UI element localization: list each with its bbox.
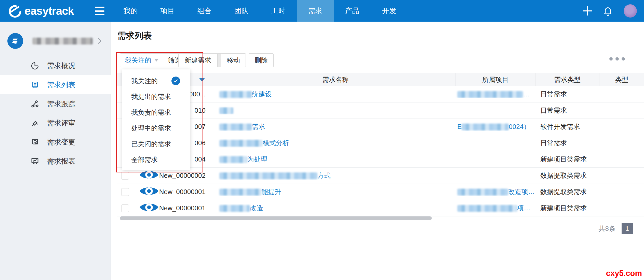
sidebar-item[interactable]: 需求列表 bbox=[0, 75, 111, 94]
new-requirement-split-button: 新建需求 bbox=[178, 53, 227, 67]
table-row: New_00000001能提升改造项…数据提取类需求 bbox=[117, 184, 644, 200]
project-link[interactable]: E0024） bbox=[457, 123, 530, 130]
requirement-type: 日常需求 bbox=[535, 139, 599, 148]
trace-icon bbox=[31, 100, 39, 108]
nav-item[interactable]: 团队 bbox=[223, 0, 260, 22]
report-icon bbox=[31, 157, 39, 166]
requirement-type: 新建项目类需求 bbox=[535, 204, 599, 213]
hamburger-menu-icon[interactable] bbox=[95, 7, 104, 15]
nav-item[interactable]: 开发 bbox=[371, 0, 408, 22]
pagination: 共8条 1 bbox=[599, 223, 633, 234]
dropdown-option-label: 全部需求 bbox=[131, 155, 158, 164]
sidebar-item-label: 需求跟踪 bbox=[47, 99, 75, 109]
redacted-text bbox=[457, 91, 523, 98]
requirement-name-link[interactable]: 方式 bbox=[219, 172, 331, 179]
nav-item[interactable]: 工时 bbox=[260, 0, 297, 22]
requirement-type: 日常需求 bbox=[535, 106, 599, 115]
view-selector-label: 我关注的 bbox=[125, 56, 151, 65]
move-button[interactable]: 移动 bbox=[221, 53, 246, 67]
nav-item[interactable]: 需求 bbox=[297, 0, 334, 22]
row-checkbox[interactable] bbox=[121, 188, 129, 196]
nav-item[interactable]: 组合 bbox=[186, 0, 223, 22]
requirement-id: New_00000002 bbox=[156, 172, 216, 180]
project-link[interactable]: 改造项… bbox=[457, 188, 535, 196]
requirement-type: 日常需求 bbox=[535, 90, 599, 99]
sidebar-item[interactable]: 需求评审 bbox=[0, 113, 111, 132]
requirement-name-link[interactable]: 改造 bbox=[219, 204, 263, 212]
dropdown-option[interactable]: 全部需求 bbox=[122, 152, 190, 168]
new-requirement-button[interactable]: 新建需求 bbox=[179, 54, 217, 67]
sidebar: 需求概况需求列表需求跟踪需求评审需求变更需求报表 bbox=[0, 22, 111, 280]
requirement-id: New_00000001 bbox=[156, 188, 216, 196]
sidebar-item-label: 需求概况 bbox=[47, 61, 75, 71]
change-icon bbox=[31, 138, 39, 146]
row-checkbox[interactable] bbox=[121, 172, 129, 180]
sidebar-item-label: 需求报表 bbox=[47, 156, 75, 166]
redacted-text bbox=[219, 156, 247, 163]
dropdown-option[interactable]: 已关闭的需求 bbox=[122, 136, 190, 152]
easytrack-swoosh-icon bbox=[7, 4, 23, 18]
column-header-type[interactable]: 类型 bbox=[599, 73, 644, 86]
list-doc-icon bbox=[31, 81, 39, 89]
main-nav: 我的项目组合团队工时需求产品开发 bbox=[112, 0, 408, 22]
sort-desc-icon[interactable] bbox=[199, 78, 205, 82]
sidebar-item[interactable]: 需求变更 bbox=[0, 132, 111, 152]
page-number-button[interactable]: 1 bbox=[622, 223, 633, 234]
sidebar-item[interactable]: 需求报表 bbox=[0, 152, 111, 171]
column-header-project[interactable]: 所属项目 bbox=[455, 73, 535, 86]
dropdown-option[interactable]: 我负责的需求 bbox=[122, 105, 190, 120]
column-header-name[interactable]: 需求名称 bbox=[216, 73, 455, 86]
chevron-down-icon bbox=[154, 59, 158, 62]
add-icon[interactable] bbox=[583, 6, 592, 16]
review-icon bbox=[31, 119, 39, 127]
requirement-name-link[interactable] bbox=[219, 107, 233, 114]
project-link[interactable]: … bbox=[457, 90, 530, 98]
delete-button[interactable]: 删除 bbox=[249, 53, 274, 67]
dropdown-option[interactable]: 我关注的 bbox=[122, 73, 190, 89]
nav-item[interactable]: 项目 bbox=[149, 0, 186, 22]
requirement-name-link[interactable]: 模式分析 bbox=[219, 139, 289, 147]
requirement-name-link[interactable]: 需求 bbox=[219, 123, 265, 130]
brand-logo[interactable]: easytrack bbox=[7, 0, 74, 22]
pie-chart-icon bbox=[31, 62, 39, 70]
requirement-name-link[interactable]: 能提升 bbox=[219, 188, 281, 196]
dropdown-option-label: 我关注的 bbox=[131, 77, 158, 85]
brand-name: easytrack bbox=[24, 5, 74, 17]
table-row: New_00000001改造项…新建项目类需求 bbox=[117, 200, 644, 216]
more-actions-icon[interactable] bbox=[609, 57, 625, 61]
sidebar-item[interactable]: 需求跟踪 bbox=[0, 94, 111, 113]
column-header-req-type[interactable]: 需求类型 bbox=[535, 73, 599, 86]
top-nav: easytrack 我的项目组合团队工时需求产品开发 bbox=[0, 0, 644, 22]
sidebar-item[interactable]: 需求概况 bbox=[0, 56, 111, 75]
nav-item[interactable]: 我的 bbox=[112, 0, 149, 22]
dropdown-option[interactable]: 处理中的需求 bbox=[122, 120, 190, 136]
sidebar-item-label: 需求评审 bbox=[47, 118, 75, 128]
nav-item[interactable]: 产品 bbox=[334, 0, 371, 22]
requirement-type: 数据提取类需求 bbox=[535, 171, 599, 180]
table-row: 010日常需求 bbox=[117, 102, 644, 119]
selected-check-icon bbox=[171, 77, 180, 85]
redacted-text bbox=[219, 140, 263, 147]
user-avatar[interactable] bbox=[624, 4, 637, 18]
chevron-right-icon[interactable] bbox=[96, 38, 102, 44]
project-link[interactable]: 项… bbox=[457, 204, 530, 212]
dropdown-option[interactable]: 我提出的需求 bbox=[122, 89, 190, 105]
sidebar-item-label: 需求变更 bbox=[47, 137, 75, 147]
table-row: 007需求E0024）软件开发需求 bbox=[117, 119, 644, 135]
requirement-id: New_00000001 bbox=[156, 204, 216, 212]
table-header-row: 需求名称 所属项目 需求类型 类型 bbox=[117, 73, 644, 86]
redacted-text bbox=[219, 107, 233, 114]
requirement-name-link[interactable]: 为处理 bbox=[219, 155, 267, 163]
project-switcher[interactable] bbox=[0, 29, 111, 53]
dropdown-option-label: 处理中的需求 bbox=[131, 124, 171, 133]
table-row: 006模式分析日常需求 bbox=[117, 135, 644, 151]
view-selector-open-menu: 我关注的我提出的需求我负责的需求处理中的需求已关闭的需求全部需求 bbox=[122, 69, 190, 170]
view-selector-dropdown[interactable]: 我关注的 bbox=[120, 54, 163, 67]
row-checkbox[interactable] bbox=[121, 204, 129, 212]
dropdown-option-label: 我负责的需求 bbox=[131, 108, 171, 117]
requirement-name-link[interactable]: 统建设 bbox=[219, 90, 272, 98]
table-row: 0000...统建设…日常需求 bbox=[117, 86, 644, 102]
redacted-text bbox=[219, 91, 252, 98]
notifications-bell-icon[interactable] bbox=[603, 5, 613, 17]
horizontal-scrollbar[interactable] bbox=[120, 216, 432, 220]
